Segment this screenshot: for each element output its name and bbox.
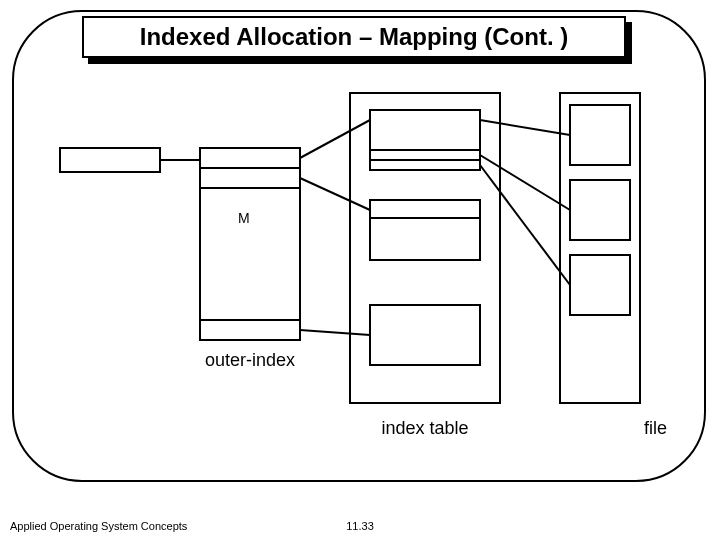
outer-index-block — [200, 148, 300, 340]
footer-text: Applied Operating System Concepts — [10, 520, 187, 532]
entry-box — [60, 148, 160, 172]
slide-number: 11.33 — [346, 520, 374, 532]
diagram-svg — [0, 0, 720, 540]
index-table-inner-block — [370, 305, 480, 365]
outer-index-symbol: M — [238, 210, 250, 226]
file-block — [570, 255, 630, 315]
label-outer-index: outer-index — [200, 350, 300, 371]
slide: Indexed Allocation – Mapping (Cont. ) — [0, 0, 720, 540]
file-block — [570, 180, 630, 240]
index-table-inner-block — [370, 200, 480, 260]
label-file: file — [644, 418, 684, 439]
label-index-table: index table — [350, 418, 500, 439]
file-block — [570, 105, 630, 165]
